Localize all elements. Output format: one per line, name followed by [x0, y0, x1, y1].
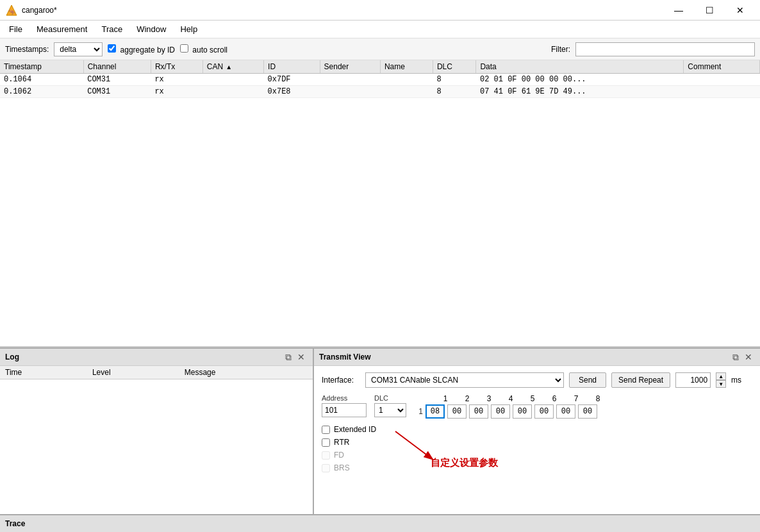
rtr-checkbox[interactable] [322, 438, 330, 447]
log-table: Time Level Message [0, 366, 313, 379]
close-button[interactable]: ✕ [725, 0, 755, 21]
cell-1-4: 0x7E8 [264, 86, 320, 98]
trace-bar: Trace [0, 514, 760, 532]
log-col-level: Level [87, 366, 179, 379]
menu-trace[interactable]: Trace [95, 22, 129, 36]
col-can: CAN ▲ [202, 60, 263, 74]
data-field-3[interactable] [469, 404, 488, 419]
cell-1-8: 07 41 0F 61 9E 7D 49... [476, 86, 684, 98]
cell-0-5 [320, 74, 380, 86]
annotation-area: 自定义设置参数 [383, 425, 511, 478]
extended-id-row[interactable]: Extended ID [322, 425, 376, 434]
send-repeat-button[interactable]: Send Repeat [611, 372, 670, 388]
cell-1-3 [202, 86, 263, 98]
table-row[interactable]: 0.1062COM31rx0x7E8807 41 0F 61 9E 7D 49.… [0, 86, 760, 98]
data-field-2[interactable] [447, 404, 467, 419]
timestamps-select[interactable]: delta absolute relative [54, 42, 103, 56]
col-name: Name [380, 60, 433, 74]
cell-0-9 [684, 74, 760, 86]
aggregate-label: aggregate by ID [120, 46, 175, 54]
repeat-spinner[interactable]: ▲ ▼ [716, 372, 726, 388]
log-panel-title: Log [5, 353, 282, 362]
menu-file[interactable]: File [3, 22, 29, 36]
col-timestamp: Timestamp [0, 60, 83, 74]
menu-measurement[interactable]: Measurement [30, 22, 94, 36]
aggregate-checkbox-label[interactable]: aggregate by ID [108, 44, 175, 54]
brs-checkbox [322, 464, 330, 472]
cell-0-2: rx [151, 74, 202, 86]
data-field-6[interactable] [534, 404, 554, 419]
send-button[interactable]: Send [569, 372, 606, 388]
cell-0-3 [202, 74, 263, 86]
data-table: Timestamp Channel Rx/Tx CAN ▲ ID Sender … [0, 60, 760, 98]
data-fields-row: 1 [414, 404, 607, 419]
data-col-7: 7 [566, 394, 586, 403]
log-panel-header: Log ⧉ ✕ [0, 349, 313, 366]
autoscroll-checkbox[interactable] [180, 44, 188, 53]
fd-label: FD [334, 451, 344, 460]
repeat-up-button[interactable]: ▲ [716, 372, 726, 380]
data-row-index: 1 [414, 407, 423, 416]
log-close-button[interactable]: ✕ [295, 351, 308, 363]
data-field-1[interactable] [425, 404, 445, 419]
dlc-select[interactable]: 0 1 2 3 4 5 6 7 8 [374, 403, 406, 417]
transmit-panel: Transmit View ⧉ ✕ Interface: COM31 CANab… [314, 349, 760, 514]
data-columns-group: 1 2 3 4 5 6 7 8 1 [414, 394, 607, 419]
data-table-container[interactable]: Timestamp Channel Rx/Tx CAN ▲ ID Sender … [0, 60, 760, 347]
cell-1-0: 0.1062 [0, 86, 83, 98]
autoscroll-checkbox-label[interactable]: auto scroll [180, 44, 227, 54]
bottom-panels: Log ⧉ ✕ Time Level Message Transmit View [0, 347, 760, 514]
minimize-button[interactable]: — [664, 0, 693, 21]
rtr-label: RTR [334, 438, 349, 447]
data-col-headers: 1 2 3 4 5 6 7 8 [424, 394, 607, 403]
repeat-interval-input[interactable] [675, 372, 711, 388]
dlc-label: DLC [374, 394, 406, 402]
rtr-row[interactable]: RTR [322, 438, 376, 447]
menu-window[interactable]: Window [130, 22, 172, 36]
transmit-panel-header: Transmit View ⧉ ✕ [314, 349, 760, 366]
col-comment: Comment [684, 60, 760, 74]
address-input[interactable] [322, 403, 367, 417]
col-id: ID [264, 60, 320, 74]
table-row[interactable]: 0.1064COM31rx0x7DF802 01 0F 00 00 00 00.… [0, 74, 760, 86]
transmit-close-button[interactable]: ✕ [742, 351, 755, 363]
col-rxtx: Rx/Tx [151, 60, 202, 74]
interface-row: Interface: COM31 CANable SLCAN Send Send… [322, 372, 752, 388]
transmit-restore-button[interactable]: ⧉ [729, 351, 742, 363]
cell-0-0: 0.1064 [0, 74, 83, 86]
autoscroll-label: auto scroll [192, 46, 227, 54]
data-field-4[interactable] [491, 404, 510, 419]
interface-select[interactable]: COM31 CANable SLCAN [365, 372, 564, 388]
log-col-time: Time [0, 366, 87, 379]
cell-0-8: 02 01 0F 00 00 00 00... [476, 74, 684, 86]
filter-input[interactable] [575, 42, 755, 56]
maximize-button[interactable]: ☐ [695, 0, 724, 21]
extended-id-checkbox[interactable] [322, 426, 330, 434]
brs-label: BRS [334, 463, 350, 472]
data-field-7[interactable] [556, 404, 575, 419]
cell-0-6 [380, 74, 433, 86]
transmit-body: Interface: COM31 CANable SLCAN Send Send… [314, 366, 760, 485]
log-restore-button[interactable]: ⧉ [282, 351, 295, 363]
data-field-8[interactable] [578, 404, 597, 419]
repeat-down-button[interactable]: ▼ [716, 380, 726, 388]
svg-line-2 [395, 431, 434, 460]
menu-bar: File Measurement Trace Window Help [0, 21, 760, 38]
col-data: Data [476, 60, 684, 74]
menu-help[interactable]: Help [174, 22, 204, 36]
cell-1-6 [380, 86, 433, 98]
app-icon: 🦘 [5, 4, 18, 17]
main-area: Timestamp Channel Rx/Tx CAN ▲ ID Sender … [0, 60, 760, 514]
interface-label: Interface: [322, 376, 360, 385]
can-sort-arrow: ▲ [226, 63, 232, 71]
cell-0-7: 8 [433, 74, 475, 86]
data-field-5[interactable] [513, 404, 532, 419]
col-sender: Sender [320, 60, 380, 74]
options-annotation-row: Extended ID RTR FD BRS [322, 425, 752, 478]
address-group: Address [322, 394, 367, 417]
svg-text:🦘: 🦘 [8, 8, 16, 16]
aggregate-checkbox[interactable] [108, 44, 116, 53]
cell-1-1: COM31 [83, 86, 151, 98]
extended-id-label: Extended ID [334, 425, 376, 434]
cell-0-4: 0x7DF [264, 74, 320, 86]
